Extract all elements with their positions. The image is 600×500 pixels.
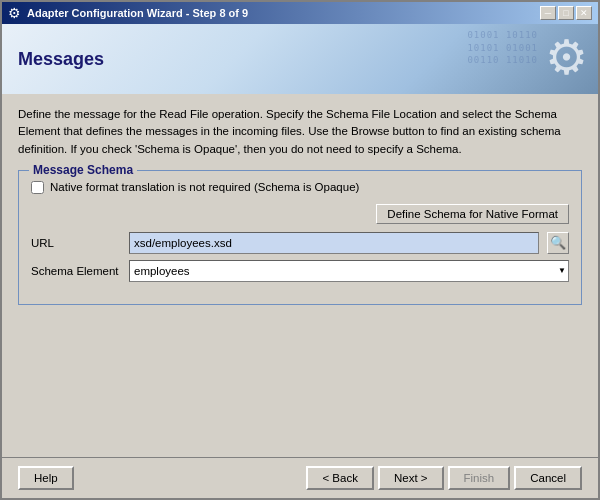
finish-button[interactable]: Finish: [448, 466, 511, 490]
minimize-button[interactable]: ─: [540, 6, 556, 20]
title-bar-left: ⚙ Adapter Configuration Wizard - Step 8 …: [8, 5, 248, 21]
bg-decoration: 01001 1011010101 0100100110 11010: [467, 29, 538, 67]
close-button[interactable]: ✕: [576, 6, 592, 20]
group-box-title: Message Schema: [29, 163, 137, 177]
schema-element-label: Schema Element: [31, 265, 121, 277]
description-text: Define the message for the Read File ope…: [18, 106, 582, 158]
schema-element-select[interactable]: employees: [129, 260, 569, 282]
url-row: URL 🔍: [31, 232, 569, 254]
schema-select-wrapper: employees: [129, 260, 569, 282]
opaque-checkbox[interactable]: [31, 181, 44, 194]
wizard-window: ⚙ Adapter Configuration Wizard - Step 8 …: [0, 0, 600, 500]
footer-left: Help: [18, 466, 74, 490]
define-btn-row: Define Schema for Native Format: [31, 204, 569, 224]
gear-icon: ⚙: [545, 29, 588, 85]
url-label: URL: [31, 237, 121, 249]
maximize-button[interactable]: □: [558, 6, 574, 20]
next-button[interactable]: Next >: [378, 466, 444, 490]
help-button[interactable]: Help: [18, 466, 74, 490]
title-bar: ⚙ Adapter Configuration Wizard - Step 8 …: [2, 2, 598, 24]
footer-right: < Back Next > Finish Cancel: [306, 466, 582, 490]
window-title: Adapter Configuration Wizard - Step 8 of…: [27, 7, 248, 19]
url-input[interactable]: [129, 232, 539, 254]
opaque-checkbox-label: Native format translation is not require…: [50, 181, 359, 193]
content-area: Define the message for the Read File ope…: [2, 94, 598, 457]
cancel-button[interactable]: Cancel: [514, 466, 582, 490]
browse-button[interactable]: 🔍: [547, 232, 569, 254]
header-banner: Messages 01001 1011010101 0100100110 110…: [2, 24, 598, 94]
footer: Help < Back Next > Finish Cancel: [2, 457, 598, 498]
message-schema-group: Message Schema Native format translation…: [18, 170, 582, 305]
schema-element-row: Schema Element employees: [31, 260, 569, 282]
back-button[interactable]: < Back: [306, 466, 373, 490]
define-schema-button[interactable]: Define Schema for Native Format: [376, 204, 569, 224]
search-icon: 🔍: [550, 235, 566, 250]
page-title: Messages: [18, 49, 104, 70]
window-icon: ⚙: [8, 5, 21, 21]
opaque-checkbox-row: Native format translation is not require…: [31, 181, 569, 194]
title-bar-controls: ─ □ ✕: [540, 6, 592, 20]
